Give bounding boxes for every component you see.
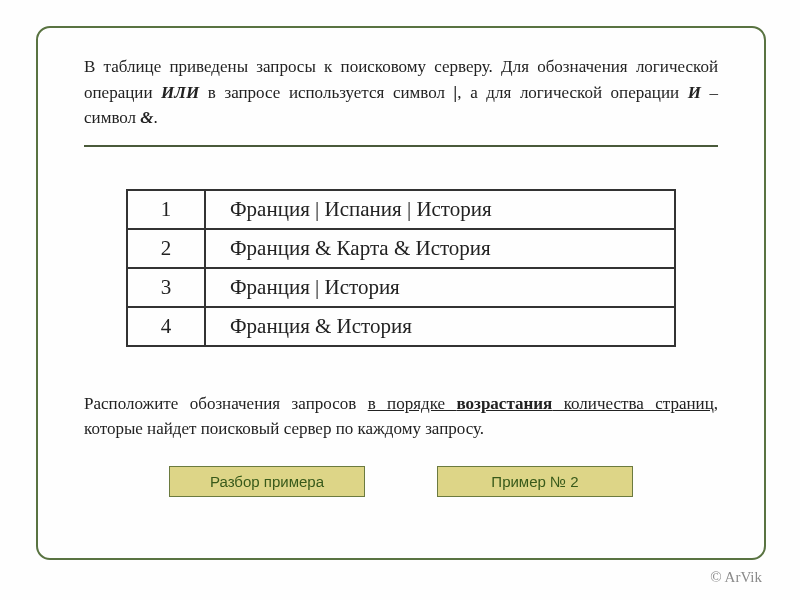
intro-kw-and: И bbox=[688, 83, 701, 102]
row-query: Франция & История bbox=[205, 307, 675, 346]
outro-text: Расположите обозначения запросов в поряд… bbox=[84, 391, 718, 442]
example-2-button[interactable]: Пример № 2 bbox=[437, 466, 633, 497]
divider bbox=[84, 145, 718, 147]
analyze-example-button[interactable]: Разбор примера bbox=[169, 466, 365, 497]
row-query: Франция | История bbox=[205, 268, 675, 307]
row-number: 4 bbox=[127, 307, 205, 346]
copyright-text: © ArVik bbox=[710, 569, 762, 586]
intro-part5: . bbox=[154, 108, 158, 127]
table-row: 2 Франция & Карта & История bbox=[127, 229, 675, 268]
table-row: 3 Франция | История bbox=[127, 268, 675, 307]
table-row: 1 Франция | Испания | История bbox=[127, 190, 675, 229]
queries-table: 1 Франция | Испания | История 2 Франция … bbox=[126, 189, 676, 347]
intro-part3: , а для логической операции bbox=[457, 83, 687, 102]
row-query: Франция & Карта & История bbox=[205, 229, 675, 268]
row-query: Франция | Испания | История bbox=[205, 190, 675, 229]
table-row: 4 Франция & История bbox=[127, 307, 675, 346]
intro-part2: в запросе используется символ bbox=[199, 83, 453, 102]
buttons-row: Разбор примера Пример № 2 bbox=[84, 466, 718, 497]
row-number: 2 bbox=[127, 229, 205, 268]
intro-sym-and: & bbox=[140, 108, 153, 127]
outro-ul-bold: возрастания bbox=[457, 394, 553, 413]
intro-text: В таблице приведены запросы к поисковому… bbox=[84, 54, 718, 131]
intro-kw-or: ИЛИ bbox=[161, 83, 199, 102]
outro-ul3: количества страниц bbox=[552, 394, 713, 413]
outro-part1: Расположите обозначения запросов bbox=[84, 394, 368, 413]
task-card: В таблице приведены запросы к поисковому… bbox=[36, 26, 766, 560]
outro-ul1: в порядке bbox=[368, 394, 457, 413]
row-number: 1 bbox=[127, 190, 205, 229]
row-number: 3 bbox=[127, 268, 205, 307]
